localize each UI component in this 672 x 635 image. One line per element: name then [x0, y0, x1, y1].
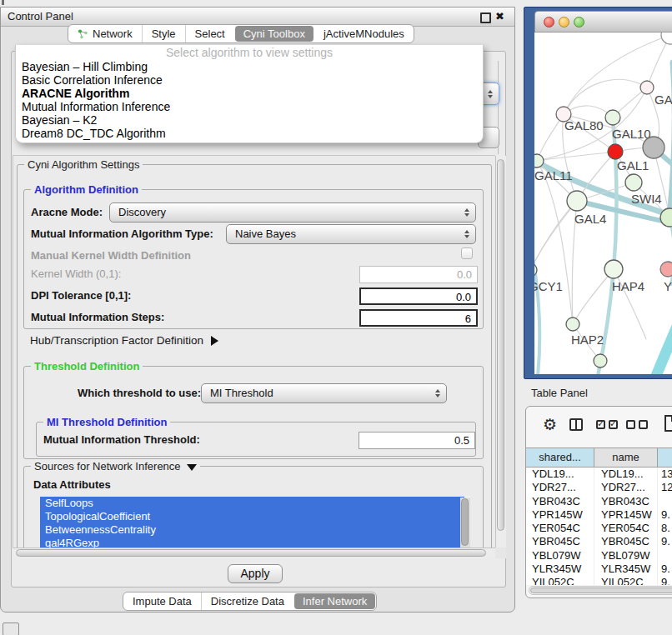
table-cell: YIL052C: [594, 576, 658, 585]
network-node-hap4[interactable]: [604, 260, 623, 278]
stepper-arrows-icon: [464, 230, 469, 238]
aracne-mode-select[interactable]: Discovery: [109, 202, 476, 222]
network-node[interactable]: [594, 354, 607, 368]
which-threshold-select[interactable]: MI Threshold: [201, 383, 447, 403]
deselect-all-checkbox-icon[interactable]: [626, 420, 635, 429]
hub-definition-expander[interactable]: Hub/Transcription Factor Definition: [30, 334, 218, 347]
list-scrollbar[interactable]: [460, 498, 470, 548]
table-cell: YPR145W: [594, 508, 658, 522]
network-window-titlebar[interactable]: [534, 11, 672, 32]
data-attributes-list: SelfLoopsTopologicalCoefficientBetweenne…: [40, 497, 470, 548]
algorithm-option[interactable]: Bayesian – Hill Climbing: [16, 60, 483, 73]
algorithm-option[interactable]: Mutual Information Inference: [16, 100, 483, 113]
select-all-checkbox-icon[interactable]: [609, 420, 618, 429]
settings-vertical-scrollbar[interactable]: [495, 156, 506, 548]
mi-steps-input[interactable]: 6: [359, 309, 478, 327]
sources-group: Sources for Network Inference Data Attri…: [23, 466, 484, 548]
apply-button[interactable]: Apply: [228, 564, 283, 583]
settings-horizontal-scrollbar[interactable]: [13, 548, 495, 558]
close-traffic-light[interactable]: [544, 17, 554, 28]
deselect-all-checkbox-icon[interactable]: [639, 420, 648, 429]
table-row[interactable]: YBL079WYBL079W: [526, 549, 672, 562]
minimize-traffic-light[interactable]: [559, 17, 569, 28]
table-cell: [658, 549, 672, 562]
data-attribute-item[interactable]: BetweennessCentrality: [40, 523, 464, 537]
data-attribute-item[interactable]: TopologicalCoefficient: [40, 510, 464, 523]
algorithm-option[interactable]: ARACNE Algorithm: [16, 87, 483, 100]
table-row[interactable]: YPR145WYPR145W9.: [526, 508, 672, 522]
scrollbar-thumb[interactable]: [497, 159, 504, 531]
tab-cyni-toolbox[interactable]: Cyni Toolbox: [235, 26, 313, 42]
select-all-checkbox-icon[interactable]: [596, 420, 605, 429]
network-node-gal4[interactable]: [567, 191, 587, 211]
algorithm-option[interactable]: Bayesian – K2: [16, 113, 483, 127]
tab-label: Infer Network: [303, 595, 367, 608]
zoom-traffic-light[interactable]: [574, 17, 584, 28]
network-node-gal1[interactable]: [608, 144, 623, 159]
dpi-tolerance-input[interactable]: 0.0: [359, 288, 478, 305]
tab-impute-data[interactable]: Impute Data: [123, 592, 201, 610]
table-row[interactable]: YDL19...YDL19...13: [526, 468, 672, 481]
network-node-y[interactable]: [660, 262, 672, 277]
manual-kernel-checkbox[interactable]: [461, 248, 473, 259]
tab-discretize-data[interactable]: Discretize Data: [201, 592, 293, 610]
column-header[interactable]: name: [594, 448, 658, 467]
mi-algorithm-type-select[interactable]: Naive Bayes: [226, 224, 476, 244]
column-header[interactable]: shared...: [526, 448, 594, 467]
kernel-width-label: Kernel Width (0,1):: [31, 268, 121, 280]
network-edge: [534, 226, 539, 374]
scrollbar-thumb[interactable]: [530, 588, 672, 593]
table-cell: YLR345W: [594, 562, 658, 576]
scrollbar-thumb[interactable]: [16, 549, 486, 557]
float-window-icon[interactable]: [480, 12, 491, 23]
mi-threshold-input[interactable]: 0.5: [359, 432, 475, 449]
settings-scroll-viewport: Cyni Algorithm Settings Algorithm Defini…: [13, 155, 495, 548]
network-node-swi4[interactable]: [625, 174, 642, 191]
sources-expander[interactable]: Sources for Network Inference: [31, 460, 200, 472]
gear-icon[interactable]: ⚙: [543, 415, 557, 434]
network-edge: [656, 304, 672, 374]
tab-infer-network[interactable]: Infer Network: [294, 593, 375, 609]
data-attribute-item[interactable]: gal4RGexp: [40, 537, 464, 548]
table-cell: YER054C: [594, 522, 658, 535]
network-node-label: GAL11: [534, 168, 573, 182]
tab-jactivemnodules[interactable]: jActiveMNodules: [314, 25, 414, 42]
group-title: Threshold Definition: [31, 360, 143, 372]
tab-network[interactable]: Network: [68, 25, 142, 42]
tab-style[interactable]: Style: [142, 25, 185, 42]
table-row[interactable]: YER054CYER054C8.: [526, 522, 672, 535]
columns-icon[interactable]: [569, 418, 583, 431]
network-node-label: GAL10: [612, 127, 651, 141]
collapsed-panel-grip[interactable]: [3, 622, 19, 635]
table-cell: YBR043C: [594, 495, 658, 508]
table-row[interactable]: YBR043CYBR043C: [526, 495, 672, 508]
new-table-icon[interactable]: [664, 414, 672, 432]
column-header[interactable]: A: [658, 448, 672, 467]
algorithm-dropdown: Select algorithm to view settings Bayesi…: [15, 45, 484, 143]
tab-select[interactable]: Select: [185, 25, 234, 42]
hub-definition-label: Hub/Transcription Factor Definition: [30, 334, 203, 347]
table-row[interactable]: YBR045CYBR045C9.: [526, 535, 672, 548]
network-node-gal11[interactable]: [534, 154, 544, 168]
network-node-gal[interactable]: [640, 81, 654, 94]
network-node-hap2[interactable]: [566, 318, 579, 331]
table-row[interactable]: YLR345WYLR345W9.: [526, 562, 672, 576]
network-canvas[interactable]: GALGAL80GAL10GAL1GAL11SWI4GAL4GCY1HAP4YH…: [534, 32, 672, 374]
table-cell: YDR27...: [526, 481, 594, 494]
top-left-tick: [2, 0, 4, 5]
data-attribute-item[interactable]: SelfLoops: [40, 497, 464, 510]
network-node[interactable]: [661, 32, 672, 44]
algorithm-option[interactable]: Dream8 DC_TDC Algorithm: [16, 127, 483, 140]
scrollbar-thumb[interactable]: [461, 498, 469, 546]
close-icon[interactable]: ✖: [495, 9, 504, 24]
table-row[interactable]: YDR27...YDR27...12: [526, 481, 672, 494]
network-node[interactable]: [643, 137, 664, 158]
kernel-width-input[interactable]: 0.0: [359, 266, 478, 283]
network-view-window[interactable]: GALGAL80GAL10GAL1GAL11SWI4GAL4GCY1HAP4YH…: [524, 7, 672, 379]
algorithm-option[interactable]: Basic Correlation Inference: [16, 73, 483, 87]
table-horizontal-scrollbar[interactable]: [529, 586, 672, 595]
tab-label: Cyni Toolbox: [243, 28, 305, 40]
table-row[interactable]: YIL052CYIL052C9.: [526, 576, 672, 585]
network-edge: [537, 152, 615, 161]
network-node-gal10[interactable]: [605, 110, 620, 125]
